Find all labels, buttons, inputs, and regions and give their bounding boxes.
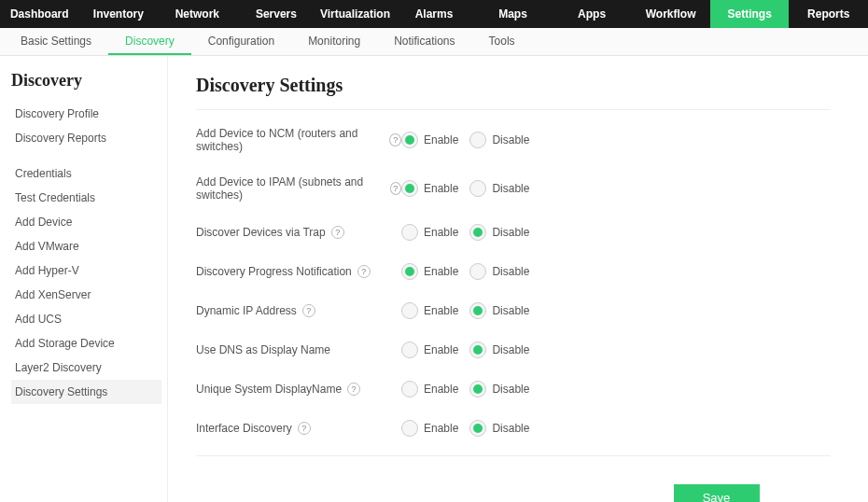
- topnav-item[interactable]: Servers: [237, 0, 316, 28]
- radio-disable[interactable]: [469, 420, 486, 437]
- topnav-item[interactable]: Network: [158, 0, 237, 28]
- radio-label: Disable: [492, 383, 529, 396]
- sidebar-item[interactable]: Discovery Profile: [11, 102, 161, 126]
- radio-label: Enable: [424, 133, 458, 146]
- radio-disable[interactable]: [469, 132, 486, 148]
- setting-label: Interface Discovery?: [196, 422, 401, 435]
- top-nav: DashboardInventoryNetworkServersVirtuali…: [0, 0, 868, 28]
- sidebar-item[interactable]: Add Device: [11, 210, 161, 234]
- sub-nav: Basic SettingsDiscoveryConfigurationMoni…: [0, 28, 868, 56]
- setting-label: Dynamic IP Address?: [196, 304, 401, 317]
- setting-row: Use DNS as Display NameEnableDisable: [196, 330, 831, 370]
- main-panel: Discovery Settings Add Device to NCM (ro…: [168, 56, 868, 502]
- help-icon[interactable]: ?: [347, 383, 360, 396]
- help-icon[interactable]: ?: [390, 182, 401, 195]
- radio-label: Disable: [492, 343, 529, 356]
- radio-disable[interactable]: [469, 302, 486, 319]
- radio-disable[interactable]: [469, 224, 486, 241]
- setting-row: Add Device to NCM (routers and switches)…: [196, 116, 831, 164]
- radio-label: Disable: [492, 265, 529, 278]
- radio-disable[interactable]: [469, 381, 486, 397]
- setting-label: Discovery Progress Notification?: [196, 265, 401, 278]
- radio-enable[interactable]: [401, 263, 418, 280]
- divider: [196, 109, 831, 110]
- subnav-item[interactable]: Basic Settings: [4, 28, 108, 55]
- divider: [196, 455, 831, 456]
- radio-label: Enable: [424, 383, 458, 396]
- help-icon[interactable]: ?: [298, 422, 311, 435]
- radio-label: Disable: [492, 182, 529, 195]
- radio-disable[interactable]: [469, 342, 486, 358]
- setting-label: Add Device to NCM (routers and switches)…: [196, 127, 401, 153]
- subnav-item[interactable]: Configuration: [191, 28, 291, 55]
- setting-row: Unique System DisplayName?EnableDisable: [196, 370, 831, 409]
- sidebar-item[interactable]: Layer2 Discovery: [11, 356, 161, 380]
- page-title: Discovery Settings: [196, 75, 831, 96]
- topnav-item[interactable]: Virtualization: [315, 0, 395, 28]
- radio-label: Disable: [492, 304, 529, 317]
- topnav-item[interactable]: Settings: [710, 0, 790, 28]
- radio-label: Enable: [424, 343, 458, 356]
- setting-label: Unique System DisplayName?: [196, 383, 401, 396]
- subnav-item[interactable]: Discovery: [108, 28, 191, 55]
- subnav-item[interactable]: Monitoring: [291, 28, 377, 55]
- sidebar-item[interactable]: Credentials: [11, 161, 161, 186]
- topnav-item[interactable]: Inventory: [79, 0, 159, 28]
- setting-label: Use DNS as Display Name: [196, 343, 401, 356]
- setting-row: Interface Discovery?EnableDisable: [196, 409, 831, 448]
- radio-label: Disable: [492, 422, 529, 435]
- sidebar-item[interactable]: Add XenServer: [11, 283, 161, 307]
- setting-label: Discover Devices via Trap?: [196, 226, 401, 239]
- sidebar: Discovery Discovery ProfileDiscovery Rep…: [0, 56, 168, 502]
- radio-label: Enable: [424, 422, 458, 435]
- radio-label: Disable: [492, 226, 529, 239]
- sidebar-item[interactable]: Discovery Settings: [11, 380, 161, 404]
- setting-label: Add Device to IPAM (subnets and switches…: [196, 175, 401, 202]
- setting-row: Add Device to IPAM (subnets and switches…: [196, 164, 831, 213]
- radio-disable[interactable]: [469, 263, 486, 280]
- topnav-item[interactable]: Maps: [473, 0, 553, 28]
- radio-label: Enable: [424, 182, 458, 195]
- save-button[interactable]: Save: [674, 484, 760, 502]
- radio-label: Disable: [492, 133, 529, 146]
- setting-row: Discovery Progress Notification?EnableDi…: [196, 252, 831, 291]
- sidebar-item[interactable]: Discovery Reports: [11, 126, 161, 150]
- radio-disable[interactable]: [469, 180, 486, 197]
- radio-label: Enable: [424, 226, 458, 239]
- topnav-item[interactable]: Workflow: [631, 0, 710, 28]
- subnav-item[interactable]: Tools: [472, 28, 532, 55]
- sidebar-item[interactable]: Add Storage Device: [11, 331, 161, 356]
- help-icon[interactable]: ?: [302, 304, 315, 317]
- topnav-item[interactable]: Reports: [789, 0, 868, 28]
- radio-label: Enable: [424, 304, 458, 317]
- radio-label: Enable: [424, 265, 458, 278]
- topnav-item[interactable]: Apps: [553, 0, 632, 28]
- sidebar-item[interactable]: Add VMware: [11, 234, 161, 258]
- radio-enable[interactable]: [401, 132, 418, 148]
- radio-enable[interactable]: [401, 224, 418, 241]
- radio-enable[interactable]: [401, 342, 418, 358]
- radio-enable[interactable]: [401, 180, 418, 197]
- radio-enable[interactable]: [401, 302, 418, 319]
- sidebar-item[interactable]: Add Hyper-V: [11, 258, 161, 283]
- help-icon[interactable]: ?: [357, 265, 371, 278]
- radio-enable[interactable]: [401, 420, 418, 437]
- setting-row: Discover Devices via Trap?EnableDisable: [196, 213, 831, 252]
- help-icon[interactable]: ?: [389, 133, 401, 146]
- subnav-item[interactable]: Notifications: [377, 28, 471, 55]
- sidebar-title: Discovery: [11, 71, 167, 91]
- radio-enable[interactable]: [401, 381, 418, 397]
- sidebar-item[interactable]: Test Credentials: [11, 186, 161, 210]
- topnav-item[interactable]: Dashboard: [0, 0, 79, 28]
- sidebar-item[interactable]: Add UCS: [11, 307, 161, 331]
- setting-row: Dynamic IP Address?EnableDisable: [196, 291, 831, 330]
- topnav-item[interactable]: Alarms: [395, 0, 474, 28]
- help-icon[interactable]: ?: [331, 226, 344, 239]
